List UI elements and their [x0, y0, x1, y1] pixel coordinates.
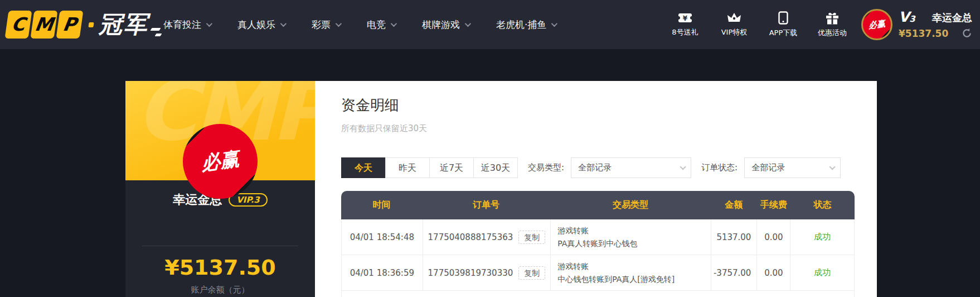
account-balance-label: 账户余额（元） — [125, 285, 315, 295]
cell-time: 04/01 18:54:48 — [350, 232, 414, 242]
logo-letter-tile: P — [56, 11, 83, 39]
logo-dot — [88, 22, 94, 27]
cell-order-no: 1775040888175363 — [428, 232, 513, 242]
logo-letter-tile: C — [4, 11, 32, 39]
svg-text:¥: ¥ — [683, 15, 688, 22]
vip-level-badge: V3 — [899, 11, 915, 26]
chevron-down-icon — [551, 21, 557, 27]
quick-link-vip[interactable]: VIP特权 — [718, 12, 750, 37]
menu-item-lottery[interactable]: 彩票 — [312, 18, 340, 31]
tab-last-7-days[interactable]: 近7天 — [429, 157, 474, 178]
chevron-down-icon — [680, 164, 686, 170]
profile-badge: 必赢 — [183, 124, 258, 199]
logo-letter-tile: M — [30, 11, 57, 39]
header-time: 时间 — [341, 199, 422, 211]
chevron-down-icon — [336, 21, 342, 27]
account-balance: ¥5137.50 — [125, 255, 315, 280]
gift-coupon-icon: ¥ — [678, 12, 692, 24]
logo-speed-dashes — [151, 28, 161, 36]
avatar[interactable]: 必赢 — [861, 9, 892, 40]
header-amount: 金额 — [711, 199, 757, 211]
cell-time: 04/01 18:36:59 — [350, 268, 414, 278]
menu-item-label: 电竞 — [367, 18, 386, 31]
status-badge: 成功 — [814, 232, 831, 242]
cell-order-no: 1775039819730330 — [428, 268, 513, 278]
header-fee: 手续费 — [757, 199, 790, 211]
selected-value: 全部记录 — [751, 162, 785, 173]
cell-type-line2: 中心钱包转账到PA真人[游戏免转] — [557, 274, 675, 285]
wallet-balance: ¥5137.50 — [899, 28, 948, 39]
menu-item-sports[interactable]: 体育投注 — [163, 18, 211, 31]
menu-item-esports[interactable]: 电竞 — [367, 18, 395, 31]
copy-button[interactable]: 复制 — [518, 266, 545, 280]
top-nav: C M P 冠军 体育投注 真人娱乐 彩票 电竞 棋牌游戏 老虎机·捕鱼 — [0, 0, 980, 49]
username[interactable]: 幸运金总 — [932, 11, 972, 25]
table-row — [342, 291, 854, 297]
header-transaction-type: 交易类型 — [550, 199, 711, 211]
user-area: 必赢 V3 幸运金总 ¥5137.50 — [861, 0, 972, 49]
cell-amount: 5137.00 — [716, 232, 751, 242]
table-row: 04/01 18:36:59 1775039819730330 复制 游戏转账 … — [342, 255, 854, 291]
quick-link-app-download[interactable]: APP下载 — [767, 11, 799, 38]
transaction-type-select[interactable]: 全部记录 — [571, 157, 691, 178]
header-status: 状态 — [790, 199, 855, 211]
user-summary: V3 幸运金总 ¥5137.50 — [899, 11, 972, 39]
menu-item-board-games[interactable]: 棋牌游戏 — [422, 18, 469, 31]
tab-yesterday[interactable]: 昨天 — [385, 157, 430, 178]
page-subtitle: 所有数据只保留近30天 — [341, 123, 877, 134]
chevron-down-icon — [280, 21, 287, 27]
cell-fee: 0.00 — [764, 268, 783, 278]
quick-link-label: 优惠活动 — [818, 28, 847, 38]
giftbox-icon — [826, 12, 839, 25]
order-status-select[interactable]: 全部记录 — [744, 157, 841, 178]
chevron-down-icon — [465, 21, 471, 27]
cell-type-line2: PA真人转账到中心钱包 — [557, 238, 637, 249]
divider — [142, 246, 298, 246]
header-order-no: 订单号 — [422, 199, 550, 211]
chevron-down-icon — [206, 21, 212, 27]
date-range-tabs: 今天 昨天 近7天 近30天 — [341, 157, 518, 178]
filter-controls: 今天 昨天 近7天 近30天 交易类型: 全部记录 订单状态: 全部记录 — [341, 157, 877, 178]
tab-today[interactable]: 今天 — [341, 157, 386, 178]
account-sidebar: CMP 必赢 幸运金总 VIP.3 ¥5137.50 账户余额（元） — [125, 81, 315, 297]
table-header: 时间 订单号 交易类型 金额 手续费 状态 — [341, 191, 855, 219]
menu-item-label: 彩票 — [312, 18, 331, 31]
menu-item-live-casino[interactable]: 真人娱乐 — [237, 18, 285, 31]
funds-detail-panel: 资金明细 所有数据只保留近30天 今天 昨天 近7天 近30天 交易类型: 全部… — [315, 81, 877, 297]
quick-link-gift-day8[interactable]: ¥ 8号送礼 — [669, 12, 701, 37]
table-body: 04/01 18:54:48 1775040888175363 复制 游戏转账 … — [341, 219, 855, 297]
chevron-down-icon — [391, 21, 397, 27]
refresh-icon[interactable] — [962, 28, 972, 39]
menu-item-label: 棋牌游戏 — [422, 18, 460, 31]
main-menu: 体育投注 真人娱乐 彩票 电竞 棋牌游戏 老虎机·捕鱼 — [163, 0, 556, 49]
logo-chinese-text: 冠军 — [99, 11, 149, 39]
brand-logo[interactable]: C M P 冠军 — [7, 9, 161, 40]
selected-value: 全部记录 — [578, 162, 612, 173]
transaction-type-label: 交易类型: — [528, 162, 564, 173]
quick-link-label: 8号送礼 — [672, 27, 698, 37]
menu-item-slots-fishing[interactable]: 老虎机·捕鱼 — [496, 18, 556, 31]
cell-type-line1: 游戏转账 — [557, 261, 589, 272]
status-badge: 成功 — [814, 267, 831, 278]
phone-icon — [778, 11, 788, 25]
chevron-down-icon — [829, 164, 836, 170]
transactions-table: 时间 订单号 交易类型 金额 手续费 状态 04/01 18:54:48 177… — [341, 191, 855, 297]
quick-link-promotions[interactable]: 优惠活动 — [816, 12, 848, 38]
order-status-label: 订单状态: — [701, 162, 738, 173]
quick-link-label: VIP特权 — [721, 27, 748, 37]
profile-badge-text: 必赢 — [200, 146, 241, 176]
menu-item-label: 体育投注 — [163, 18, 201, 31]
copy-button[interactable]: 复制 — [518, 231, 545, 244]
cell-type-line1: 游戏转账 — [557, 225, 589, 236]
quick-link-label: APP下载 — [769, 28, 798, 38]
cell-fee: 0.00 — [764, 232, 783, 242]
tab-last-30-days[interactable]: 近30天 — [473, 157, 518, 178]
menu-item-label: 老虎机·捕鱼 — [496, 18, 546, 31]
crown-icon — [727, 12, 741, 24]
avatar-badge-text: 必赢 — [868, 18, 886, 31]
cell-amount: -3757.00 — [714, 268, 751, 278]
table-row: 04/01 18:54:48 1775040888175363 复制 游戏转账 … — [342, 219, 854, 255]
page-title: 资金明细 — [341, 95, 877, 115]
quick-links: ¥ 8号送礼 VIP特权 APP下载 — [669, 0, 848, 49]
menu-item-label: 真人娱乐 — [237, 18, 275, 31]
